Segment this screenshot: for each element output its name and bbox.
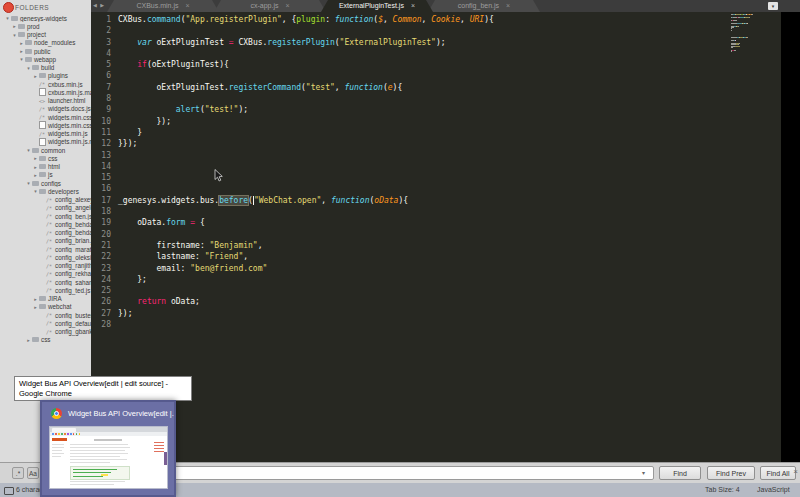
chevron-right-icon[interactable]: ▸	[32, 155, 39, 161]
chevron-right-icon[interactable]: ▸	[18, 40, 25, 46]
tree-item-genesys-widgets[interactable]: ▾genesys-widgets	[0, 14, 91, 22]
tree-item-js[interactable]: ▸js	[0, 171, 91, 179]
tree-item-config-buster-js[interactable]: /*config_buster.js	[0, 311, 91, 319]
tab-externalplugintest-js[interactable]: ExternalPluginTest.js×	[321, 0, 433, 12]
chevron-down-icon[interactable]: ▾	[11, 32, 18, 38]
tree-item-widgets-min-css-ma[interactable]: widgets.min.css.ma	[0, 121, 91, 129]
tab-scroll-arrows[interactable]: ◀ ▶	[93, 2, 105, 8]
tree-item-config-alexeyl-js[interactable]: /*config_alexeyl.js	[0, 196, 91, 204]
tree-item-public[interactable]: ▸public	[0, 47, 91, 55]
tree-item-project[interactable]: ▾project	[0, 31, 91, 39]
tree-item-prod[interactable]: ▸prod	[0, 22, 91, 30]
chevron-down-icon[interactable]: ▾	[25, 147, 32, 153]
code-text: var oExtPluginTest = CXBus.registerPlugi…	[118, 37, 446, 48]
tree-item-config-behdan-v1[interactable]: /*config_behdan_v1	[0, 220, 91, 228]
tree-item-webchat[interactable]: ▸webchat	[0, 303, 91, 311]
line-number: 1	[91, 14, 118, 25]
chevron-down-icon[interactable]: ▾	[18, 56, 25, 62]
chevron-right-icon[interactable]: ▸	[32, 164, 39, 170]
tree-item-common[interactable]: ▾common	[0, 146, 91, 154]
find-history-dropdown-icon[interactable]: ▾	[642, 469, 645, 476]
chrome-thumbnail[interactable]	[49, 426, 168, 489]
chevron-down-icon[interactable]: ▾	[25, 180, 32, 186]
tree-item-cxbus-min-js-map[interactable]: cxbus.min.js.map	[0, 88, 91, 96]
tree-item-webapp[interactable]: ▾webapp	[0, 55, 91, 63]
chevron-down-icon[interactable]: ▾	[4, 15, 11, 21]
tree-item-configs[interactable]: ▾configs	[0, 179, 91, 187]
tree-item-config-brian-js[interactable]: /*config_brian.js	[0, 237, 91, 245]
case-sensitive-toggle[interactable]: Aa	[27, 467, 39, 479]
find-prev-button[interactable]: Find Prev	[707, 466, 755, 480]
chevron-right-icon[interactable]: ▸	[25, 337, 32, 343]
tree-item-launcher-html[interactable]: <>launcher.html	[0, 97, 91, 105]
tab-cxbus-min-js[interactable]: CXBus.min.js×	[107, 0, 219, 12]
tree-item-config-ranjith-js[interactable]: /*config_ranjith.js	[0, 262, 91, 270]
chevron-down-icon[interactable]: ▾	[32, 188, 39, 194]
overflow-menu-icon[interactable]: ▾	[768, 2, 778, 10]
tree-item-label: genesys-widgets	[20, 15, 67, 22]
chevron-right-icon[interactable]: ▸	[32, 73, 39, 79]
code-text: alert("test!");	[118, 104, 248, 115]
tree-item-config-ben-js[interactable]: /*config_ben.js	[0, 212, 91, 220]
tree-item-config-gbank-js[interactable]: /*config_gbank.js	[0, 328, 91, 336]
tree-item-config-sahana-js[interactable]: /*config_sahana.js	[0, 278, 91, 286]
tree-item-css[interactable]: ▸css	[0, 154, 91, 162]
find-input[interactable]	[130, 466, 654, 480]
tab-cx-app-js[interactable]: cx-app.js×	[214, 0, 326, 12]
tree-item-config-oleksii-js[interactable]: /*config_oleksii.js	[0, 253, 91, 261]
regex-toggle[interactable]: .*	[12, 467, 24, 479]
taskbar-preview[interactable]: Widget Bus API Overview[edit |...	[40, 400, 176, 497]
tree-item-widgets-min-js-map[interactable]: widgets.min.js.map	[0, 138, 91, 146]
folder-icon	[39, 304, 48, 309]
tab-label: config_ben.js	[458, 2, 499, 9]
tree-item-config-marat-js[interactable]: /*config_marat.js	[0, 245, 91, 253]
minimap[interactable]	[731, 14, 777, 54]
tree-item-node-modules[interactable]: ▸node_modules	[0, 39, 91, 47]
tree-item-label: public	[34, 48, 50, 55]
tree-item-config-rekha-js[interactable]: /*config_rekha.js	[0, 270, 91, 278]
tab-close-icon[interactable]: ×	[506, 2, 510, 9]
tab-close-icon[interactable]: ×	[285, 2, 289, 9]
tree-item-developers[interactable]: ▾developers	[0, 187, 91, 195]
chevron-right-icon[interactable]: ▸	[11, 23, 18, 29]
syntax-indicator[interactable]: JavaScript	[757, 486, 790, 493]
tree-item-label: config_angelo.js	[55, 204, 91, 211]
doc-icon	[39, 138, 48, 146]
tree-item-label: config_sahana.js	[55, 279, 91, 286]
tree-item-css[interactable]: ▸css	[0, 336, 91, 344]
tree-item-jira[interactable]: ▸JIRA	[0, 295, 91, 303]
chevron-right-icon[interactable]: ▸	[18, 48, 25, 54]
find-all-button[interactable]: Find All	[760, 466, 796, 480]
find-button[interactable]: Find	[659, 466, 701, 480]
code-text: lastname: "Friend",	[118, 251, 248, 262]
line-number: 15	[91, 172, 118, 183]
tab-size-indicator[interactable]: Tab Size: 4	[705, 486, 740, 493]
tree-item-config-angelo-js[interactable]: /*config_angelo.js	[0, 204, 91, 212]
close-find-icon[interactable]: ×	[793, 468, 798, 476]
tree-item-label: cxbus.min.js	[48, 81, 83, 88]
tree-item-config-behdan-v2[interactable]: /*config_behdan_v2	[0, 229, 91, 237]
tab-close-icon[interactable]: ×	[411, 2, 415, 9]
tab-config-ben-js[interactable]: config_ben.js×	[428, 0, 540, 12]
tree-item-cxbus-min-js[interactable]: /*cxbus.min.js	[0, 80, 91, 88]
tab-close-icon[interactable]: ×	[185, 2, 189, 9]
tree-item-config-ted-js[interactable]: /*config_ted.js	[0, 286, 91, 294]
code-editor[interactable]: 1CXBus.command("App.registerPlugin", {pl…	[91, 12, 781, 462]
tree-item-widgets-docs-json[interactable]: /*widgets.docs.json	[0, 105, 91, 113]
tree-item-build[interactable]: ▾build	[0, 64, 91, 72]
tree-item-plugins[interactable]: ▸plugins	[0, 72, 91, 80]
chevron-right-icon[interactable]: ▸	[32, 304, 39, 310]
tree-item-label: widgets.min.css	[48, 114, 91, 121]
tree-item-html[interactable]: ▸html	[0, 163, 91, 171]
tree-item-config-default-js[interactable]: /*config_default.js	[0, 319, 91, 327]
chevron-right-icon[interactable]: ▸	[32, 296, 39, 302]
code-line: 19 oData.form = {	[91, 217, 781, 228]
tree-item-widgets-min-js[interactable]: /*widgets.min.js	[0, 130, 91, 138]
code-lines: 1CXBus.command("App.registerPlugin", {pl…	[91, 12, 781, 330]
js-icon: /*	[46, 329, 55, 335]
chevron-right-icon[interactable]: ▸	[32, 172, 39, 178]
tree-item-widgets-min-css[interactable]: /*widgets.min.css	[0, 113, 91, 121]
chevron-down-icon[interactable]: ▾	[25, 65, 32, 71]
file-tree: ▾genesys-widgets▸prod▾project▸node_modul…	[0, 14, 91, 344]
folder-icon	[32, 65, 41, 70]
